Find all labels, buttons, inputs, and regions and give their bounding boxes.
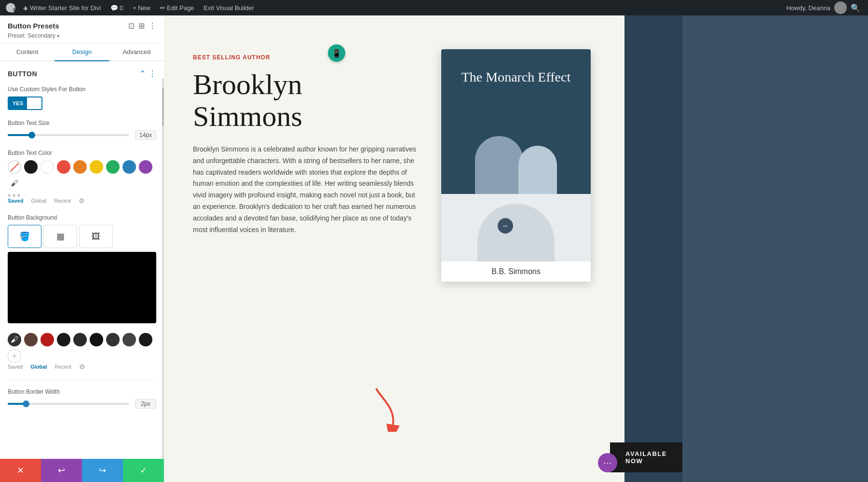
color-swatch-white[interactable] [41,160,54,174]
border-brush-icon[interactable]: 🖌 [8,333,21,346]
page-canvas: 📱 ↔ BEST SE [164,15,868,482]
preset-label[interactable]: Preset: Secondary ▾ [8,32,156,39]
use-custom-styles-label: Use Custom Styles For Button [8,86,156,93]
text-size-slider-thumb[interactable] [28,132,35,138]
bg-color-preview[interactable] [8,252,156,323]
shape-left [475,136,523,194]
exit-builder-button[interactable]: Exit Visual Builder [200,0,258,15]
color-swatch-purple[interactable] [139,160,152,174]
color-settings-icon[interactable]: ⚙ [79,197,85,205]
color-swatch-blue[interactable] [122,160,136,174]
border-swatch-brown[interactable] [24,333,38,346]
color-swatch-green[interactable] [106,160,120,174]
color-swatch-orange[interactable] [73,160,87,174]
wordpress-logo[interactable] [4,1,17,14]
border-swatch-darkred[interactable] [41,333,54,346]
mobile-preview-icon[interactable]: 📱 [328,44,345,62]
comment-icon: 💬 [110,4,118,12]
panel-title-icons: ⊡ ⊞ ⋮ [128,21,156,30]
hero-section: BEST SELLING AUTHOR Brooklyn Simmons Bro… [164,15,624,482]
edit-page-button[interactable]: ✏ Edit Page [156,0,198,15]
three-dots-icon: ⋯ [603,457,612,468]
tab-design[interactable]: Design [54,43,109,61]
undo-button[interactable]: ↩ [41,459,82,482]
confirm-button[interactable]: ✓ [123,459,164,482]
tab-content[interactable]: Content [0,43,54,61]
hero-book-column: The Monarch Effect B.B. Simmons [436,44,596,282]
section-collapse-icon[interactable]: ⌃ [139,69,146,78]
use-custom-styles-field: Use Custom Styles For Button YES [8,86,156,110]
bg-tab-color[interactable]: 🪣 [8,225,41,248]
section-title: Button [8,70,37,78]
image-icon: 🖼 [92,232,100,242]
search-icon[interactable]: 🔍 [851,3,860,13]
border-width-slider-value[interactable]: 2px [135,399,156,409]
paint-bucket-icon: 🪣 [19,231,30,242]
toggle-yes[interactable]: YES [9,97,27,109]
add-swatch-button[interactable]: + [8,349,21,363]
color-swatch-red[interactable] [57,160,70,174]
border-swatch-dark1[interactable] [106,333,120,346]
book-cover-top: The Monarch Effect [441,49,591,194]
button-text-color-label: Button Text Color [8,150,156,156]
panel-title: Button Presets [8,22,59,30]
purple-dots-container: ⋯ [598,453,617,472]
text-size-slider-track[interactable] [8,134,129,136]
border-swatch-darkgray[interactable] [139,333,152,346]
border-width-slider-thumb[interactable] [23,400,29,407]
redo-button[interactable]: ↪ [82,459,123,482]
border-swatch-dark2[interactable] [122,333,136,346]
avatar [834,1,847,14]
scroll-thumb [162,88,164,126]
best-selling-label: BEST SELLING AUTHOR [193,54,417,61]
border-width-slider-row: 2px [8,399,156,409]
hero-text: BEST SELLING AUTHOR Brooklyn Simmons Bro… [193,44,417,235]
border-width-slider-track[interactable] [8,403,129,405]
button-background-field: Button Background 🪣 ▦ 🖼 [8,214,156,323]
custom-styles-toggle[interactable]: YES [8,96,42,110]
border-swatch-black2[interactable] [73,333,87,346]
button-text-color-field: Button Text Color 🖌 [8,150,156,205]
author-name: Brooklyn Simmons [193,69,417,132]
bg-tab-image[interactable]: 🖼 [79,225,113,248]
text-size-slider-row: 14px [8,130,156,140]
admin-bar: ◈ Writer Starter Site for Divi 💬 0 + New… [0,0,868,15]
color-brush-icon[interactable]: 🖌 [8,177,21,190]
border-swatch-black1[interactable] [57,333,70,346]
border-settings-icon[interactable]: ⚙ [79,363,85,371]
text-size-slider-value[interactable]: 14px [135,130,156,140]
gradient-icon: ▦ [56,231,65,242]
right-dark-section: AVAILABLE NOW [624,15,682,482]
new-button[interactable]: + New [129,0,154,15]
redo-icon: ↪ [99,465,106,476]
author-bio: Brooklyn Simmons is a celebrated author … [193,144,417,235]
tab-advanced[interactable]: Advanced [109,43,164,61]
left-panel: Button Presets ⊡ ⊞ ⋮ Preset: Secondary ▾… [0,15,164,482]
site-link[interactable]: ◈ Writer Starter Site for Divi [19,0,105,15]
panel-resize-icon[interactable]: ⊡ [128,21,135,30]
panel-more-icon[interactable]: ⋮ [149,21,156,30]
section-more-icon[interactable]: ⋮ [149,69,156,78]
color-swatch-transparent[interactable] [8,160,21,174]
resize-handle[interactable]: ↔ [498,218,513,234]
shape-right [518,146,557,194]
dot-1 [8,194,11,197]
dot-3 [17,194,20,197]
book-shapes [441,107,591,194]
panel-header: Button Presets ⊡ ⊞ ⋮ Preset: Secondary ▾ [0,15,164,43]
page-options-button[interactable]: ⋯ [598,453,617,472]
toggle-no[interactable] [27,97,41,109]
border-swatch-labels: Saved Global Recent ⚙ [8,363,156,371]
border-swatch-black3[interactable] [90,333,103,346]
bg-tab-gradient[interactable]: ▦ [43,225,77,248]
recent-label: Recent [54,198,71,204]
scroll-indicator [162,78,164,459]
dot-2 [13,194,15,197]
close-button[interactable]: ✕ [0,459,41,482]
panel-columns-icon[interactable]: ⊞ [138,21,145,30]
color-swatch-black[interactable] [24,160,38,174]
canvas-left-icons: 📱 [328,44,345,62]
color-swatch-yellow[interactable] [90,160,103,174]
available-now-button[interactable]: AVAILABLE NOW [610,442,682,472]
comments-link[interactable]: 💬 0 [107,0,127,15]
